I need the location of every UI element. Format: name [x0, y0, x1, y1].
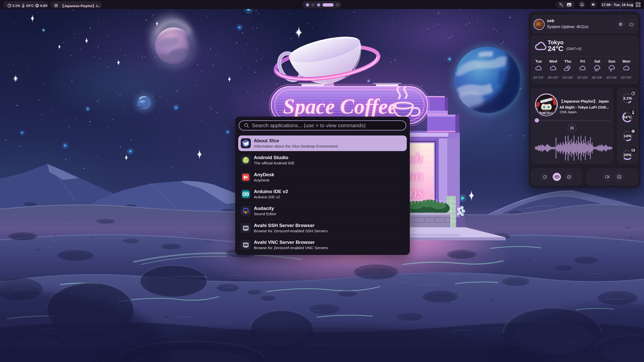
svg-text:3.1%: 3.1% [623, 96, 632, 100]
svg-text:Space Coffee: Space Coffee [283, 95, 397, 118]
svg-text:14%: 14% [624, 134, 631, 138]
svg-text:24%: 24% [624, 153, 631, 157]
svg-text:54°C: 54°C [623, 115, 632, 119]
svg-text:TOKYO L: TOKYO L [539, 111, 553, 115]
svg-text:C: C [561, 4, 563, 7]
